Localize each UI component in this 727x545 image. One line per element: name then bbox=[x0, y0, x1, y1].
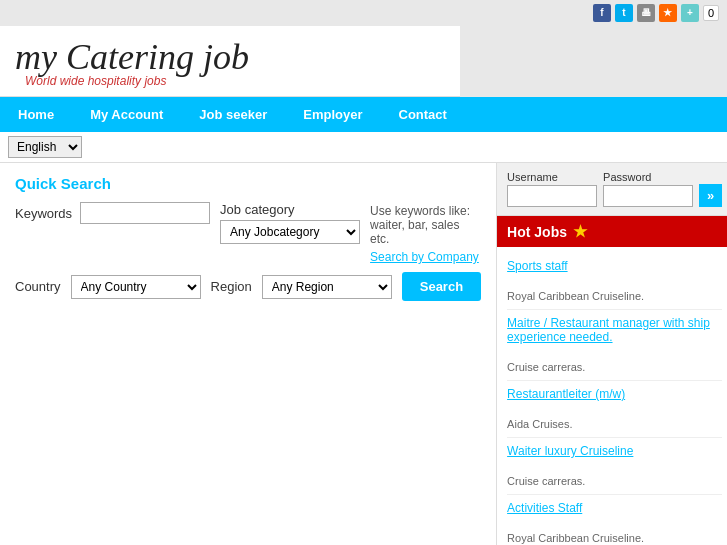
language-select[interactable]: English French German Spanish bbox=[8, 136, 82, 158]
hot-job-title-link[interactable]: Waiter luxury Cruiseline bbox=[507, 444, 722, 458]
hot-job-item: Restaurantleiter (m/w)Aida Cruises. bbox=[507, 381, 722, 438]
hot-jobs-title: Hot Jobs bbox=[507, 224, 567, 240]
search-by-company-link[interactable]: Search by Company bbox=[370, 250, 481, 264]
left-content: Quick Search Keywords Job category Any J… bbox=[0, 163, 497, 545]
logo-title: my Catering job bbox=[15, 36, 445, 78]
logo-section: my Catering job World wide hospitality j… bbox=[0, 26, 460, 97]
hot-jobs-list: Sports staffRoyal Caribbean Cruiseline.M… bbox=[497, 247, 727, 545]
hot-job-company: Royal Caribbean Cruiseline. bbox=[507, 532, 644, 544]
hot-job-item: Sports staffRoyal Caribbean Cruiseline. bbox=[507, 253, 722, 310]
hot-job-title-link[interactable]: Sports staff bbox=[507, 259, 722, 273]
login-button[interactable]: » bbox=[699, 184, 722, 207]
top-bar: f t 🖶 ★ + 0 bbox=[0, 0, 727, 26]
region-label: Region bbox=[211, 279, 252, 294]
nav-my-account[interactable]: My Account bbox=[72, 97, 181, 132]
search-highlight: Search bbox=[61, 175, 111, 192]
keywords-label: Keywords bbox=[15, 206, 72, 221]
facebook-icon[interactable]: f bbox=[593, 4, 611, 22]
hot-job-title-link[interactable]: Restaurantleiter (m/w) bbox=[507, 387, 722, 401]
nav-contact[interactable]: Contact bbox=[381, 97, 465, 132]
nav-bar: Home My Account Job seeker Employer Cont… bbox=[0, 97, 727, 132]
share-count: 0 bbox=[703, 5, 719, 21]
username-group: Username bbox=[507, 171, 597, 207]
right-sidebar: Username Password » Hot Jobs ★ Sports st… bbox=[497, 163, 727, 545]
main-layout: Quick Search Keywords Job category Any J… bbox=[0, 163, 727, 545]
keywords-input[interactable] bbox=[80, 202, 210, 224]
username-input[interactable] bbox=[507, 185, 597, 207]
password-group: Password bbox=[603, 171, 693, 207]
country-select[interactable]: Any Country bbox=[71, 275, 201, 299]
star-icon: ★ bbox=[573, 222, 587, 241]
hot-job-item: Maitre / Restaurant manager with ship ex… bbox=[507, 310, 722, 381]
hot-job-item: Waiter luxury CruiselineCruise carreras. bbox=[507, 438, 722, 495]
username-label: Username bbox=[507, 171, 597, 183]
language-bar: English French German Spanish bbox=[0, 132, 727, 163]
share-icon[interactable]: + bbox=[681, 4, 699, 22]
social-icons: f t 🖶 ★ + 0 bbox=[593, 4, 719, 22]
hot-job-title-link[interactable]: Activities Staff bbox=[507, 501, 722, 515]
search-hint: Use keywords like: waiter, bar, sales et… bbox=[370, 204, 481, 246]
nav-home[interactable]: Home bbox=[0, 97, 72, 132]
search-button[interactable]: Search bbox=[402, 272, 481, 301]
search-form: Keywords Job category Any Jobcategory Us… bbox=[15, 202, 481, 301]
hot-job-title-link[interactable]: Maitre / Restaurant manager with ship ex… bbox=[507, 316, 722, 344]
quick-label: Quick bbox=[15, 175, 61, 192]
nav-job-seeker[interactable]: Job seeker bbox=[181, 97, 285, 132]
job-category-label: Job category bbox=[220, 202, 360, 217]
hot-job-item: Activities StaffRoyal Caribbean Cruiseli… bbox=[507, 495, 722, 545]
country-label: Country bbox=[15, 279, 61, 294]
print-icon[interactable]: 🖶 bbox=[637, 4, 655, 22]
login-section: Username Password » bbox=[497, 163, 727, 216]
password-label: Password bbox=[603, 171, 693, 183]
bookmark-icon[interactable]: ★ bbox=[659, 4, 677, 22]
quick-search-title: Quick Search bbox=[15, 175, 481, 192]
region-select[interactable]: Any Region bbox=[262, 275, 392, 299]
hot-job-company: Aida Cruises. bbox=[507, 418, 572, 430]
hot-job-company: Cruise carreras. bbox=[507, 475, 585, 487]
twitter-icon[interactable]: t bbox=[615, 4, 633, 22]
job-category-select[interactable]: Any Jobcategory bbox=[220, 220, 360, 244]
password-input[interactable] bbox=[603, 185, 693, 207]
hot-jobs-header: Hot Jobs ★ bbox=[497, 216, 727, 247]
nav-employer[interactable]: Employer bbox=[285, 97, 380, 132]
hot-job-company: Cruise carreras. bbox=[507, 361, 585, 373]
hot-job-company: Royal Caribbean Cruiseline. bbox=[507, 290, 644, 302]
